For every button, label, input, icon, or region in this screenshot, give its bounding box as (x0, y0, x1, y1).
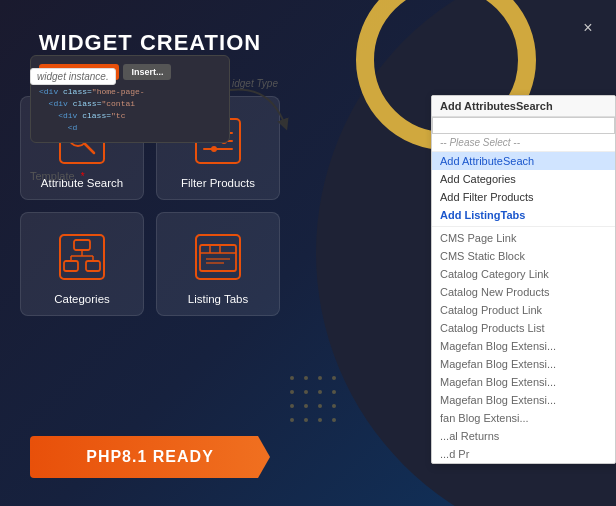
dropdown-item-13[interactable]: Magefan Blog Extensi... (432, 391, 615, 409)
dropdown-header: Add AttributesSearch (432, 96, 615, 117)
dropdown-item-5[interactable]: CMS Static Block (432, 247, 615, 265)
svg-point-12 (211, 146, 217, 152)
title-main: WIDGET CREATION (39, 30, 261, 56)
svg-rect-13 (60, 235, 104, 279)
svg-rect-22 (200, 245, 236, 271)
code-line-4: <d (39, 122, 221, 134)
template-row: Template * (30, 170, 85, 182)
card-listing-tabs-label: Listing Tabs (188, 293, 249, 305)
dropdown-item-0[interactable]: Add AttributeSeach (432, 152, 615, 170)
card-filter-products-label: Filter Products (181, 177, 255, 189)
svg-line-2 (85, 144, 94, 153)
dropdown-item-7[interactable]: Catalog New Products (432, 283, 615, 301)
arrow-decoration (220, 80, 300, 140)
dropdown-item-2[interactable]: Add Filter Products (432, 188, 615, 206)
dropdown-header-text: Add AttributesSearch (440, 100, 553, 112)
card-categories-label: Categories (54, 293, 110, 305)
dropdown-item-4[interactable]: CMS Page Link (432, 229, 615, 247)
main-container: × WIDGET CREATION FOR EASY USAGE (0, 0, 616, 506)
dropdown-panel: Add AttributesSearch -- Please Select --… (431, 95, 616, 464)
svg-rect-21 (196, 235, 240, 279)
dropdown-item-11[interactable]: Magefan Blog Extensi... (432, 355, 615, 373)
svg-rect-16 (86, 261, 100, 271)
dropdown-item-8[interactable]: Catalog Product Link (432, 301, 615, 319)
dropdown-item-16[interactable]: ...d Pr (432, 445, 615, 463)
code-line-3: <div class="tc (39, 110, 221, 122)
dropdown-item-6[interactable]: Catalog Category Link (432, 265, 615, 283)
dropdown-item-9[interactable]: Catalog Products List (432, 319, 615, 337)
dropdown-item-12[interactable]: Magefan Blog Extensi... (432, 373, 615, 391)
svg-rect-15 (64, 261, 78, 271)
dropdown-search-input[interactable] (432, 117, 615, 134)
dropdown-item-15[interactable]: ...al Returns (432, 427, 615, 445)
code-line-2: <div class="contai (39, 98, 221, 110)
php-badge: PHP8.1 READY (30, 436, 270, 478)
card-listing-tabs[interactable]: Listing Tabs (156, 212, 280, 316)
close-button[interactable]: × (578, 18, 598, 38)
categories-icon (54, 229, 110, 285)
insert-button[interactable]: Insert... (123, 64, 171, 80)
widget-instance-label: widget instance. (30, 68, 116, 85)
dropdown-item-14[interactable]: fan Blog Extensi... (432, 409, 615, 427)
dropdown-item-3[interactable]: Add ListingTabs (432, 206, 615, 224)
svg-rect-14 (74, 240, 90, 250)
template-label-text: Template (30, 170, 75, 182)
dropdown-divider (432, 226, 615, 227)
dropdown-placeholder: -- Please Select -- (432, 134, 615, 152)
php-badge-text: PHP8.1 READY (86, 448, 214, 466)
card-categories[interactable]: Categories (20, 212, 144, 316)
template-required-star: * (81, 171, 85, 182)
dropdown-item-10[interactable]: Magefan Blog Extensi... (432, 337, 615, 355)
dropdown-item-1[interactable]: Add Categories (432, 170, 615, 188)
code-line-1: <div class="home-page- (39, 86, 221, 98)
listing-tabs-icon (190, 229, 246, 285)
